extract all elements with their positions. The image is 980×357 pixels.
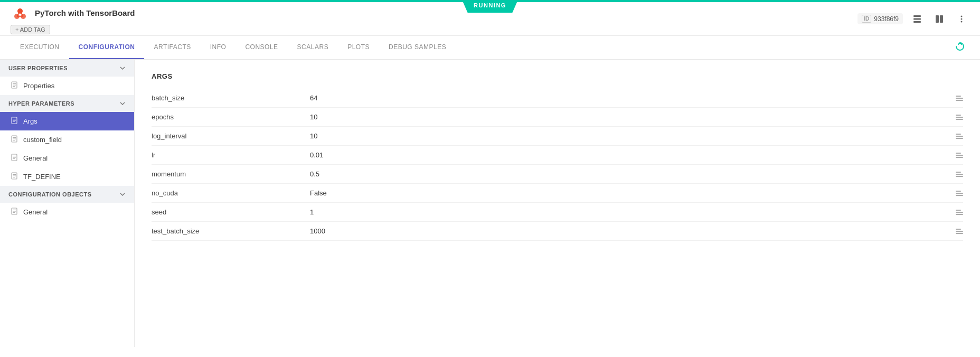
param-name-lr: lr [152,151,310,159]
param-menu-icon-log-interval[interactable] [956,134,963,139]
tab-debug-samples[interactable]: DEBUG SAMPLES [379,36,456,59]
tab-artifacts[interactable]: ARTIFACTS [144,36,200,59]
param-name-log-interval: log_interval [152,132,310,140]
param-name-epochs: epochs [152,113,310,121]
sidebar-section-configuration-objects[interactable]: CONFIGURATION OBJECTS [0,186,134,203]
running-badge: RUNNING [462,0,518,13]
doc-icon [11,81,18,90]
param-value-no-cuda: False [310,189,942,197]
sidebar-item-custom-field[interactable]: custom_field [0,130,134,149]
sidebar-item-general[interactable]: General [0,149,134,167]
param-name-momentum: momentum [152,170,310,178]
param-actions-batch-size[interactable] [942,96,963,101]
split-view-button[interactable] [931,11,947,27]
param-value-test-batch-size: 1000 [310,227,942,235]
sidebar-item-general-config[interactable]: General [0,203,134,221]
collapse-icon-3 [119,191,126,198]
svg-rect-3 [913,15,921,17]
param-value-log-interval: 10 [310,132,942,140]
param-name-seed: seed [152,208,310,216]
param-name-test-batch-size: test_batch_size [152,227,310,235]
param-actions-momentum[interactable] [942,172,963,177]
params-table: batch_size 64 epochs 10 log_interval 10 [152,89,963,241]
param-actions-test-batch-size[interactable] [942,229,963,234]
tabs-bar: EXECUTION CONFIGURATION ARTIFACTS INFO C… [0,36,980,60]
sidebar-item-tf-define[interactable]: TF_DEFINE [0,167,134,186]
main-content: USER PROPERTIES Properties HYPER PARAMET… [0,60,980,347]
param-value-lr: 0.01 [310,151,942,159]
param-actions-epochs[interactable] [942,115,963,120]
svg-point-9 [961,18,963,20]
param-row-lr: lr 0.01 [152,146,963,165]
doc-icon-5 [11,172,18,181]
param-value-batch-size: 64 [310,94,942,102]
param-menu-icon-test-batch-size[interactable] [956,229,963,234]
param-menu-icon-no-cuda[interactable] [956,191,963,196]
svg-rect-4 [913,18,921,20]
svg-point-8 [961,15,963,17]
param-actions-no-cuda[interactable] [942,191,963,196]
param-row-seed: seed 1 [152,203,963,222]
sidebar-section-user-properties[interactable]: USER PROPERTIES [0,60,134,77]
svg-point-10 [961,21,963,22]
section-title: ARGS [152,72,963,80]
sidebar-items-user-properties: Properties [0,77,134,95]
tab-console[interactable]: CONSOLE [235,36,287,59]
param-menu-icon-lr[interactable] [956,153,963,158]
tab-execution[interactable]: EXECUTION [11,36,69,59]
param-row-no-cuda: no_cuda False [152,184,963,203]
param-row-test-batch-size: test_batch_size 1000 [152,222,963,241]
menu-button[interactable] [954,11,969,27]
param-row-momentum: momentum 0.5 [152,165,963,184]
param-value-epochs: 10 [310,113,942,121]
collapse-icon-2 [119,100,126,107]
tab-info[interactable]: INFO [201,36,236,59]
app-logo [11,4,30,23]
svg-rect-5 [913,21,921,23]
id-label: ID [862,15,871,23]
content-area: ARGS batch_size 64 epochs 10 log_interva… [135,60,980,347]
doc-icon-6 [11,208,18,217]
doc-icon-4 [11,154,18,163]
svg-rect-6 [936,15,939,23]
id-badge: ID 933f86f9 [858,13,903,24]
param-name-batch-size: batch_size [152,94,310,102]
tab-scalars[interactable]: SCALARS [288,36,338,59]
param-menu-icon-momentum[interactable] [956,172,963,177]
param-value-momentum: 0.5 [310,170,942,178]
doc-icon-2 [11,117,18,126]
sidebar-items-hyper-parameters: Args custom_field General TF_DEFINE [0,112,134,186]
param-row-batch-size: batch_size 64 [152,89,963,108]
header-right: ID 933f86f9 [858,11,969,27]
collapse-icon [119,65,126,71]
param-menu-icon-batch-size[interactable] [956,96,963,101]
add-tag-button[interactable]: + ADD TAG [11,25,50,34]
param-name-no-cuda: no_cuda [152,189,310,197]
param-actions-lr[interactable] [942,153,963,158]
sidebar-item-properties[interactable]: Properties [0,77,134,95]
sidebar-section-hyper-parameters[interactable]: HYPER PARAMETERS [0,95,134,112]
param-actions-log-interval[interactable] [942,134,963,139]
doc-icon-3 [11,135,18,144]
app-title: PyTorch with TensorBoard [11,4,135,23]
sidebar: USER PROPERTIES Properties HYPER PARAMET… [0,60,135,347]
id-value: 933f86f9 [874,15,899,23]
refresh-button[interactable] [950,37,969,59]
param-menu-icon-epochs[interactable] [956,115,963,120]
param-actions-seed[interactable] [942,210,963,215]
svg-rect-7 [940,15,943,23]
tab-plots[interactable]: PLOTS [338,36,379,59]
tab-configuration[interactable]: CONFIGURATION [69,36,145,59]
param-row-epochs: epochs 10 [152,108,963,127]
header-left: PyTorch with TensorBoard + ADD TAG [11,4,135,34]
sidebar-item-args[interactable]: Args [0,112,134,130]
param-menu-icon-seed[interactable] [956,210,963,215]
list-view-button[interactable] [909,11,925,27]
param-value-seed: 1 [310,208,942,216]
param-row-log-interval: log_interval 10 [152,127,963,146]
sidebar-items-configuration-objects: General [0,203,134,221]
